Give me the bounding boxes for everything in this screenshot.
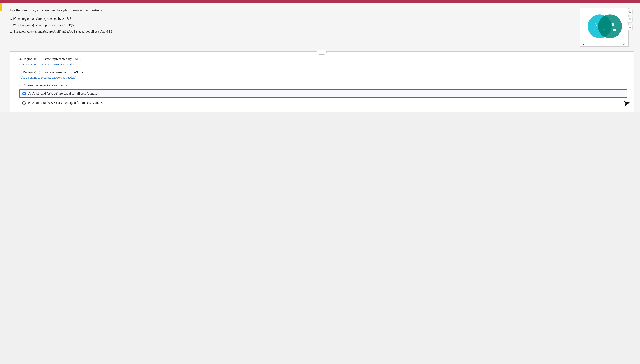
venn-label-i: I (593, 28, 594, 32)
answer-a-input[interactable]: I (38, 57, 42, 62)
radio-b (22, 101, 26, 104)
bookmark (0, 3, 2, 11)
main-container: ← Use the Venn diagram shown to the righ… (0, 3, 640, 112)
answer-part-a: a. Region(s) I is/are represented by A∩B… (20, 56, 627, 66)
search-icon-button[interactable]: 🔍 (627, 9, 632, 15)
top-bar (0, 0, 640, 3)
external-link-button[interactable]: ↗ (627, 24, 632, 30)
answer-a-suffix: is/are represented by A∩B′. (44, 57, 81, 61)
venn-label-b: B (612, 23, 614, 26)
option-a-text: A∩B′ and (A′∪B)′ are equal for all sets … (32, 92, 99, 96)
question-part-b: b. Which region(s) is/are represented by… (10, 22, 572, 28)
answer-a-hint: (Use a comma to separate answers as need… (20, 62, 76, 66)
zoom-icon-button[interactable]: 🔎 (627, 17, 632, 23)
option-b-label: B. (28, 101, 31, 105)
answer-b-prefix: b. Region(s) (20, 70, 36, 74)
question-section: Use the Venn diagram shown to the right … (10, 8, 633, 52)
answer-section: a. Region(s) I is/are represented by A∩B… (10, 52, 633, 112)
choice-option-b[interactable]: B. A∩B′ and (A′∪B)′ are not equal for al… (20, 98, 627, 107)
answer-b-hint: (Use a comma to separate answers as need… (20, 76, 76, 79)
question-part-a: a. Which region(s) is/are represented by… (10, 16, 572, 22)
answer-b-input[interactable]: I (38, 70, 42, 75)
and-text: and (62, 30, 66, 33)
question-part-c: c. Based on parts (a) and (b), are A∩B′ … (10, 28, 572, 34)
answer-a-prefix: a. Region(s) (20, 57, 36, 61)
radio-a (22, 92, 26, 95)
choice-option-a[interactable]: A. A∩B′ and (A′∪B)′ are equal for all se… (20, 89, 627, 98)
option-a-label: A. (28, 92, 31, 96)
venn-label-iii: III (613, 28, 616, 32)
choice-label: c. Choose the correct answer below. (20, 83, 627, 87)
choice-section: c. Choose the correct answer below. A. A… (20, 83, 627, 107)
question-instruction: Use the Venn diagram shown to the right … (10, 8, 572, 13)
more-options-button[interactable]: ••• (317, 50, 327, 55)
answer-b-suffix: is/are represented by (A′∪B)′. (44, 70, 84, 74)
answer-part-b: b. Region(s) I is/are represented by (A′… (20, 70, 627, 80)
venn-label-ii: II (603, 28, 605, 32)
venn-label-a: A (594, 23, 597, 26)
venn-area: U IV A B (578, 8, 633, 46)
venn-label-u: U (582, 42, 584, 45)
side-icons: 🔍 🔎 ↗ (626, 8, 633, 32)
venn-svg: U IV A B (580, 8, 628, 46)
back-arrow-button[interactable]: ← (2, 9, 6, 14)
venn-diagram: U IV A B (580, 8, 629, 46)
question-parts: a. Which region(s) is/are represented by… (10, 16, 572, 34)
question-content: Use the Venn diagram shown to the right … (10, 8, 575, 46)
venn-label-iv: IV (623, 42, 626, 45)
option-b-text: A∩B′ and (A′∪B)′ are not equal for all s… (32, 101, 104, 105)
